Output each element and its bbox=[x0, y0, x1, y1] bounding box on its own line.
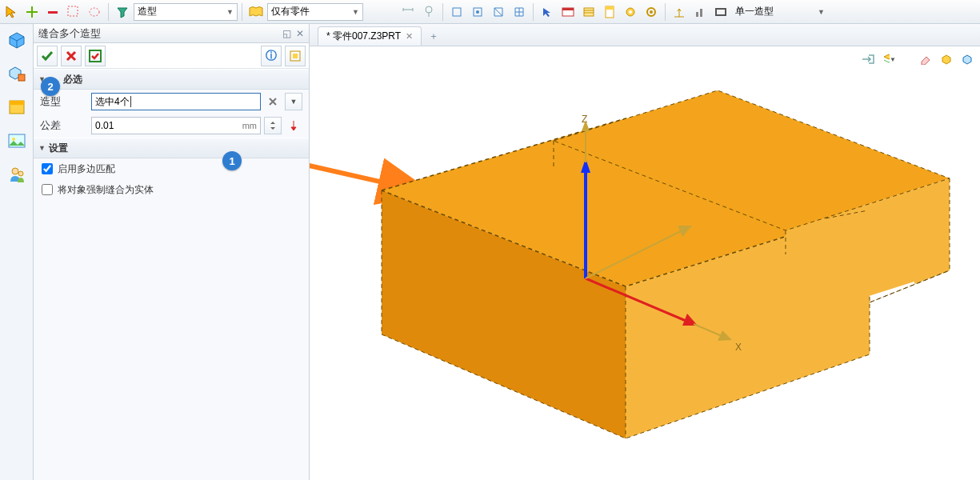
svg-rect-18 bbox=[716, 9, 726, 15]
doc-icon[interactable] bbox=[600, 2, 619, 22]
cursor-icon[interactable] bbox=[2, 2, 21, 22]
select-lasso-icon[interactable] bbox=[85, 2, 104, 22]
shape-dropdown-button[interactable]: ▼ bbox=[285, 93, 302, 110]
svg-point-3 bbox=[426, 6, 432, 13]
panel-header: 缝合多个造型 ◱ ✕ bbox=[34, 24, 309, 43]
left-icon-strip bbox=[0, 24, 34, 480]
required-section-header[interactable]: ▼ 必选 bbox=[34, 69, 309, 90]
action-row: ⓘ bbox=[34, 43, 309, 69]
arrow-select-icon[interactable] bbox=[538, 2, 557, 22]
tol-measure-button[interactable] bbox=[285, 117, 302, 134]
snap3-icon[interactable] bbox=[489, 2, 508, 22]
svg-rect-16 bbox=[696, 12, 698, 17]
parts-filter-combo[interactable]: 仅有零件▼ bbox=[267, 3, 363, 21]
tolerance-unit: mm bbox=[242, 121, 257, 130]
shape-mode-combo[interactable]: 单一造型▼ bbox=[732, 3, 828, 21]
svg-rect-8 bbox=[562, 8, 574, 10]
force-solid-check-row: 将对象强制缝合为实体 bbox=[34, 179, 309, 200]
tolerance-input[interactable]: 0.01mm bbox=[91, 117, 261, 134]
info-button[interactable]: ⓘ bbox=[261, 46, 282, 66]
clear-shape-button[interactable] bbox=[264, 93, 282, 110]
restore-icon[interactable]: ◱ bbox=[282, 28, 291, 39]
dim-icon[interactable] bbox=[398, 2, 418, 22]
main-area: 缝合多个造型 ◱ ✕ ⓘ bbox=[0, 24, 980, 480]
minus-icon[interactable] bbox=[43, 2, 62, 22]
plus-icon[interactable] bbox=[22, 2, 42, 22]
svg-point-23 bbox=[12, 138, 15, 141]
close-panel-icon[interactable]: ✕ bbox=[296, 28, 304, 39]
top-toolbar: 造型▼ 仅有零件▼ 单一造型▼ bbox=[0, 0, 980, 24]
document-tabs: * 零件007.Z3PRT ✕ ＋ bbox=[310, 24, 980, 46]
svg-point-24 bbox=[12, 168, 18, 174]
panel-title: 缝合多个造型 bbox=[38, 26, 101, 41]
image-icon[interactable] bbox=[6, 130, 28, 152]
filter-icon[interactable] bbox=[113, 2, 132, 22]
svg-rect-17 bbox=[700, 9, 702, 17]
dim2-icon[interactable] bbox=[419, 2, 438, 22]
shape-row: 造型 选中4个 ▼ bbox=[34, 90, 309, 114]
svg-rect-4 bbox=[453, 8, 461, 16]
tol-stepper[interactable] bbox=[264, 117, 282, 134]
ok-button[interactable] bbox=[37, 46, 58, 66]
axis-icon[interactable] bbox=[670, 2, 689, 22]
structure-icon[interactable] bbox=[6, 62, 28, 85]
user-icon[interactable] bbox=[6, 163, 28, 186]
reset-button[interactable] bbox=[285, 46, 306, 66]
layers-icon[interactable] bbox=[6, 96, 28, 118]
snap1-icon[interactable] bbox=[447, 2, 466, 22]
tolerance-label: 公差 bbox=[40, 118, 88, 133]
svg-point-15 bbox=[650, 10, 653, 14]
svg-rect-21 bbox=[10, 101, 24, 105]
align-icon[interactable] bbox=[579, 2, 598, 22]
snap2-icon[interactable] bbox=[468, 2, 487, 22]
combo-text: 仅有零件 bbox=[271, 5, 310, 18]
svg-rect-19 bbox=[18, 74, 25, 81]
badge-one: 1 bbox=[222, 151, 242, 170]
badge-two: 2 bbox=[41, 77, 60, 96]
select-box-icon[interactable] bbox=[64, 2, 83, 22]
svg-point-25 bbox=[18, 171, 23, 176]
gear-icon[interactable] bbox=[642, 2, 661, 22]
shape-label: 造型 bbox=[40, 94, 88, 109]
cancel-button[interactable] bbox=[61, 46, 82, 66]
combo-text: 造型 bbox=[138, 5, 157, 18]
svg-point-13 bbox=[629, 10, 632, 14]
shape-input-text: 选中4个 bbox=[95, 95, 130, 109]
collapse-icon: ▼ bbox=[38, 144, 46, 152]
force-solid-label: 将对象强制缝合为实体 bbox=[58, 183, 154, 197]
tolerance-row: 公差 0.01mm bbox=[34, 114, 309, 138]
apply-button[interactable] bbox=[85, 46, 106, 66]
model-svg: Z X bbox=[310, 46, 980, 478]
svg-point-6 bbox=[476, 10, 479, 14]
force-solid-checkbox[interactable] bbox=[42, 184, 53, 195]
snap4-icon[interactable] bbox=[510, 2, 529, 22]
tolerance-value: 0.01 bbox=[95, 120, 114, 131]
svg-rect-9 bbox=[584, 8, 594, 16]
book2-icon[interactable] bbox=[558, 2, 578, 22]
multi-edge-check-row: 启用多边匹配 bbox=[34, 158, 309, 179]
document-tab[interactable]: * 零件007.Z3PRT ✕ bbox=[318, 26, 422, 46]
properties-panel: 缝合多个造型 ◱ ✕ ⓘ bbox=[34, 24, 310, 480]
multi-edge-label: 启用多边匹配 bbox=[58, 162, 115, 176]
viewer: * 零件007.Z3PRT ✕ ＋ ▼ bbox=[310, 24, 980, 480]
svg-rect-11 bbox=[606, 6, 614, 10]
canvas-3d[interactable]: Z X bbox=[310, 46, 980, 480]
add-tab-button[interactable]: ＋ bbox=[426, 29, 441, 43]
book-icon[interactable] bbox=[246, 2, 266, 22]
cube-icon[interactable] bbox=[6, 29, 28, 51]
bar-icon[interactable] bbox=[690, 2, 710, 22]
combo-text: 单一造型 bbox=[735, 5, 774, 18]
settings-section-header[interactable]: ▼ 设置 bbox=[34, 138, 309, 158]
section-label: 设置 bbox=[49, 142, 68, 155]
multi-edge-checkbox[interactable] bbox=[42, 163, 53, 174]
svg-rect-1 bbox=[68, 6, 78, 16]
svg-point-2 bbox=[90, 8, 99, 16]
wrench-icon[interactable] bbox=[621, 2, 640, 22]
tab-title: * 零件007.Z3PRT bbox=[326, 30, 401, 43]
svg-rect-0 bbox=[48, 11, 58, 14]
close-tab-icon[interactable]: ✕ bbox=[406, 31, 413, 42]
rect-icon[interactable] bbox=[711, 2, 730, 22]
shape-filter-combo[interactable]: 造型▼ bbox=[134, 3, 238, 21]
shape-input[interactable]: 选中4个 bbox=[91, 93, 261, 110]
axis-x-label: X bbox=[735, 342, 742, 353]
